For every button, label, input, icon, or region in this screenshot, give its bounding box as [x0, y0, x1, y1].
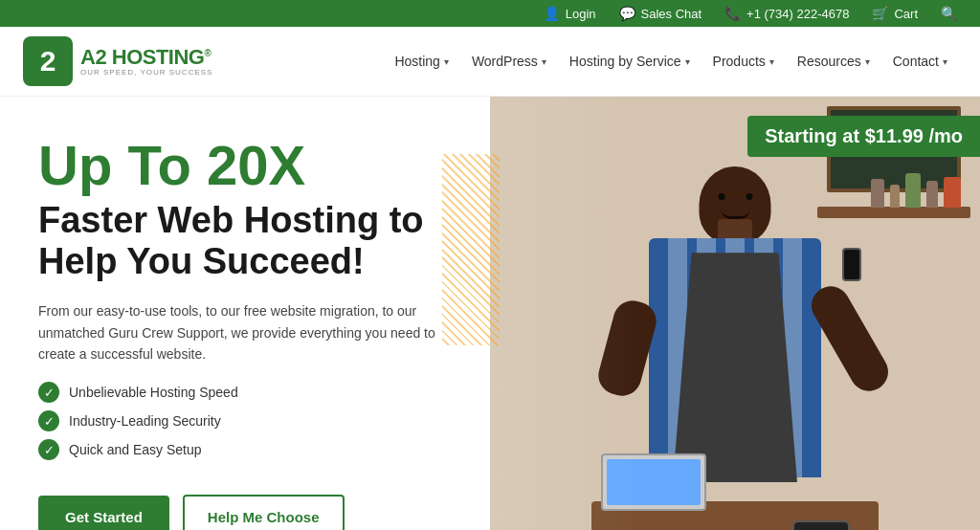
hero-section: Up To 20X Faster Web Hosting to Help You… — [0, 97, 980, 530]
shop-counter — [591, 501, 879, 530]
chevron-down-icon: ▾ — [542, 56, 546, 67]
feature-label-security: Industry-Leading Security — [69, 413, 221, 429]
nav-item-products: Products ▾ — [703, 46, 784, 77]
phone-number: +1 (734) 222-4678 — [746, 7, 849, 21]
hero-cta-buttons: Get Started Help Me Choose — [38, 495, 452, 530]
hero-image: LARGEMENUCOUNTS — [490, 97, 980, 530]
sales-chat-label: Sales Chat — [641, 7, 702, 21]
nav-item-resources: Resources ▾ — [788, 46, 880, 77]
price-banner: Starting at $11.99 /mo — [747, 116, 980, 157]
phone-link[interactable]: 📞 +1 (734) 222-4678 — [724, 6, 849, 21]
sales-chat-link[interactable]: 💬 Sales Chat — [619, 6, 702, 21]
person-eye-right — [746, 193, 752, 200]
check-icon: ✓ — [38, 410, 59, 431]
chat-icon: 💬 — [619, 6, 635, 21]
hero-right-panel: Starting at $11.99 /mo LARGEMENUCOUNTS — [490, 97, 980, 530]
nav-label-contact: Contact — [893, 54, 939, 69]
hero-headline-dark: Faster Web Hosting to Help You Succeed! — [38, 200, 452, 283]
bottle-item — [926, 181, 938, 208]
login-label: Login — [566, 7, 596, 21]
user-icon: 👤 — [544, 6, 560, 21]
shelf-items — [871, 173, 961, 208]
search-icon: 🔍 — [941, 6, 957, 21]
bottle-item — [905, 173, 921, 208]
tablet-device — [792, 520, 850, 530]
person-figure — [591, 166, 879, 530]
nav-item-hosting-by-service: Hosting by Service ▾ — [560, 46, 700, 77]
nav-bar: 2 A2 HOSTING® OUR SPEED, YOUR SUCCESS Ho… — [0, 27, 980, 97]
nav-link-hosting-by-service[interactable]: Hosting by Service ▾ — [560, 46, 700, 77]
nav-link-wordpress[interactable]: WordPress ▾ — [462, 46, 556, 77]
hero-left-panel: Up To 20X Faster Web Hosting to Help You… — [0, 97, 490, 530]
person-smile — [721, 210, 749, 219]
bottle-item — [890, 185, 900, 208]
feature-item-security: ✓ Industry-Leading Security — [38, 410, 452, 431]
logo-icon: 2 — [23, 36, 73, 86]
help-me-choose-button[interactable]: Help Me Choose — [183, 495, 345, 530]
top-bar: 👤 Login 💬 Sales Chat 📞 +1 (734) 222-4678… — [0, 0, 980, 27]
chevron-down-icon: ▾ — [685, 56, 690, 67]
nav-link-products[interactable]: Products ▾ — [703, 46, 784, 77]
nav-link-resources[interactable]: Resources ▾ — [788, 46, 880, 77]
get-started-button[interactable]: Get Started — [38, 496, 169, 530]
nav-item-hosting: Hosting ▾ — [385, 46, 457, 77]
person-eye-left — [718, 193, 724, 200]
laptop — [601, 453, 706, 511]
search-link[interactable]: 🔍 — [941, 6, 957, 21]
nav-item-wordpress: WordPress ▾ — [462, 46, 556, 77]
check-icon: ✓ — [38, 382, 59, 403]
hero-description: From our easy-to-use tools, to our free … — [38, 300, 440, 364]
chevron-down-icon: ▾ — [769, 56, 774, 67]
chevron-down-icon: ▾ — [865, 56, 870, 67]
person-eyes — [718, 193, 752, 200]
feature-label-setup: Quick and Easy Setup — [69, 442, 202, 457]
nav-link-contact[interactable]: Contact ▾ — [883, 46, 957, 77]
person-apron — [673, 253, 797, 482]
nav-link-hosting[interactable]: Hosting ▾ — [385, 46, 457, 77]
svg-text:2: 2 — [40, 45, 56, 77]
login-link[interactable]: 👤 Login — [544, 6, 596, 21]
feature-item-speed: ✓ Unbelievable Hosting Speed — [38, 382, 452, 403]
laptop-screen — [607, 459, 701, 505]
logo[interactable]: 2 A2 HOSTING® OUR SPEED, YOUR SUCCESS — [23, 36, 212, 86]
cart-icon: 🛒 — [872, 6, 888, 21]
nav-label-resources: Resources — [797, 54, 861, 69]
logo-name: A2 HOSTING® — [80, 46, 212, 69]
hero-headline-line2: Help You Succeed! — [38, 241, 365, 281]
phone-icon: 📞 — [724, 6, 741, 21]
nav-label-wordpress: WordPress — [472, 54, 538, 69]
hero-features-list: ✓ Unbelievable Hosting Speed ✓ Industry-… — [38, 382, 452, 468]
logo-tagline: OUR SPEED, YOUR SUCCESS — [80, 69, 212, 77]
feature-label-speed: Unbelievable Hosting Speed — [69, 385, 238, 400]
person-phone — [842, 248, 861, 281]
hero-headline-line1: Faster Web Hosting to — [38, 200, 424, 240]
logo-text: A2 HOSTING® OUR SPEED, YOUR SUCCESS — [80, 46, 212, 77]
nav-item-contact: Contact ▾ — [883, 46, 957, 77]
nav-label-hosting-by-service: Hosting by Service — [569, 54, 681, 69]
nav-label-products: Products — [713, 54, 766, 69]
cart-link[interactable]: 🛒 Cart — [872, 6, 918, 21]
hero-headline-green: Up To 20X — [38, 135, 452, 196]
bottle-item — [944, 177, 961, 208]
main-nav: Hosting ▾ WordPress ▾ Hosting by Service… — [385, 46, 957, 77]
nav-label-hosting: Hosting — [394, 54, 439, 69]
feature-item-setup: ✓ Quick and Easy Setup — [38, 439, 452, 460]
chevron-down-icon: ▾ — [444, 56, 449, 67]
check-icon: ✓ — [38, 439, 59, 460]
chevron-down-icon: ▾ — [943, 56, 947, 67]
cart-label: Cart — [894, 7, 918, 21]
